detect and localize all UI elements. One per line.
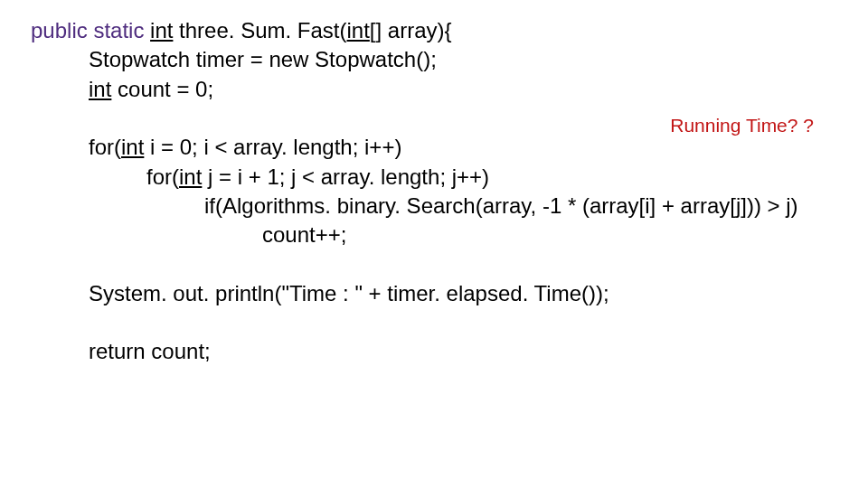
keyword-public-static: public static (31, 18, 144, 42)
code-line-8: System. out. println("Time : " + timer. … (31, 279, 837, 308)
code-line-1: public static int three. Sum. Fast(int[]… (31, 16, 837, 45)
code-line-9: return count; (31, 337, 837, 366)
code-line-4: for(int i = 0; i < array. length; i++) (31, 133, 837, 162)
slide: public static int three. Sum. Fast(int[]… (0, 0, 868, 488)
keyword-int-count: int (89, 77, 111, 101)
blank-line-2 (31, 250, 837, 279)
code-line-6: if(Algorithms. binary. Search(array, -1 … (31, 192, 837, 221)
code-line-5: for(int j = i + 1; j < array. length; j+… (31, 163, 837, 192)
code-line-3: int count = 0; (31, 75, 837, 104)
keyword-int-j: int (179, 164, 202, 189)
blank-line-3 (31, 308, 837, 337)
keyword-int: int (150, 18, 173, 42)
code-line-7: count++; (31, 221, 837, 249)
keyword-int-param: int (346, 18, 369, 42)
code-line-2: Stopwatch timer = new Stopwatch(); (31, 45, 837, 74)
keyword-int-i: int (121, 135, 144, 159)
running-time-annotation: Running Time? ? (670, 115, 814, 136)
